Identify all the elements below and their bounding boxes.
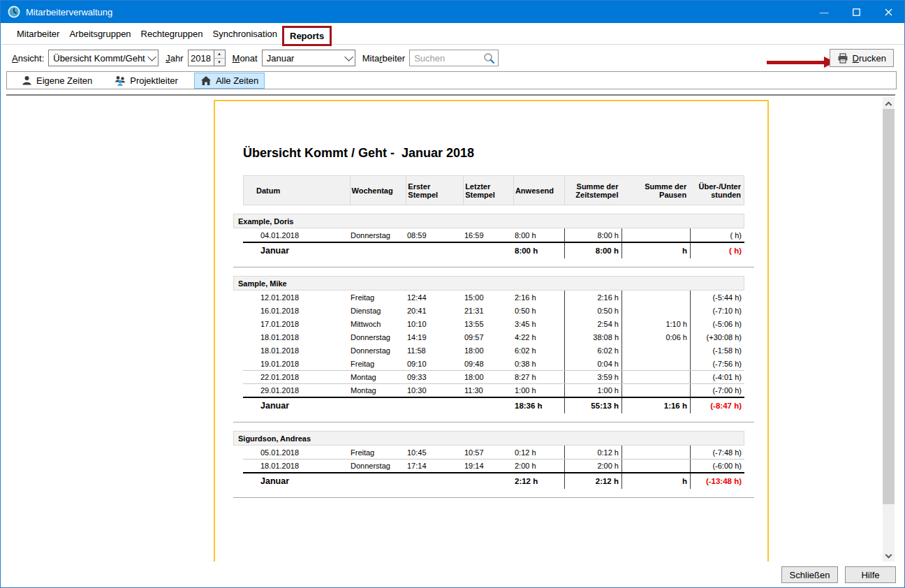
section-divider [233, 422, 754, 422]
hilfe-button[interactable]: Hilfe [845, 566, 896, 583]
table-cell: 15:00 [463, 291, 513, 304]
table-cell: 2:00 h [564, 460, 621, 472]
table-cell [621, 304, 690, 317]
people-icon [115, 75, 126, 86]
maximize-button[interactable] [840, 1, 872, 23]
table-cell: h [621, 473, 690, 489]
spinner-up-icon[interactable]: ▲ [214, 50, 225, 59]
jahr-spinner[interactable]: 2018 ▲ ▼ [188, 50, 226, 66]
table-cell: 16:59 [463, 228, 513, 242]
menu-item-synchronisation[interactable]: Synchronisation [208, 26, 283, 42]
table-cell: (-1:58 h) [690, 344, 744, 357]
table-cell: 8:00 h [513, 228, 564, 242]
table-cell: 18.01.2018 [243, 330, 349, 344]
table-cell: 09:10 [406, 357, 463, 370]
menu-item-reports[interactable]: Reports [282, 26, 332, 46]
tab-eigene-zeiten[interactable]: Eigene Zeiten [15, 73, 98, 89]
tab-alle-zeiten[interactable]: Alle Zeiten [194, 73, 265, 89]
table-cell: 11:30 [463, 384, 513, 397]
table-cell [621, 446, 690, 459]
report-title: Übersicht Kommt / Geht - Januar 2018 [243, 146, 767, 161]
minimize-button[interactable]: — [808, 1, 840, 23]
table-cell: 19:14 [463, 460, 513, 472]
table-cell: (-7:10 h) [690, 304, 744, 317]
title-bar: Mitarbeiterverwaltung — [1, 1, 904, 23]
table-cell [406, 473, 463, 489]
table-cell: Freitag [349, 291, 406, 304]
table-cell: Freitag [349, 357, 406, 370]
chevron-down-icon [344, 52, 353, 61]
table-cell: 09:57 [463, 330, 513, 344]
table-cell: 0:50 h [513, 304, 564, 317]
table-cell: 29.01.2018 [243, 384, 349, 397]
table-cell: 04.01.2018 [243, 228, 349, 242]
scroll-up-icon[interactable] [883, 97, 895, 109]
table-cell: 18:00 [463, 371, 513, 383]
close-button[interactable] [872, 1, 904, 23]
column-header: Über-/Unter stunden [689, 176, 744, 205]
table-row: 19.01.2018Freitag09:1009:480:38 h0:04 h(… [243, 357, 744, 370]
menu-item-mitarbeiter[interactable]: Mitarbeiter [12, 26, 64, 42]
table-row: 18.01.2018Donnerstag14:1909:574:22 h38:0… [243, 330, 744, 344]
table-cell: (-7:48 h) [690, 446, 744, 459]
table-cell: 3:59 h [564, 371, 621, 383]
column-header: Datum [244, 176, 350, 205]
table-cell: 10:30 [406, 384, 463, 397]
search-icon [483, 52, 495, 64]
table-cell: 11:58 [406, 344, 463, 357]
table-cell: (-7:00 h) [690, 384, 744, 397]
table-cell: Januar [243, 398, 349, 413]
table-cell: 0:50 h [564, 304, 621, 317]
table-cell: 2:54 h [564, 317, 621, 330]
employee-section-header: Sample, Mike [233, 276, 744, 291]
table-cell: 09:48 [463, 357, 513, 370]
table-row: 12.01.2018Freitag12:4415:002:16 h2:16 h(… [243, 291, 744, 304]
table-cell: 3:45 h [513, 317, 564, 330]
table-cell: Donnerstag [349, 228, 406, 242]
table-cell: 17:14 [406, 460, 463, 472]
table-cell: 1:00 h [513, 384, 564, 397]
report-sections: Example, Doris04.01.2018Donnerstag08:591… [215, 214, 767, 498]
table-cell: 08:59 [406, 228, 463, 242]
table-cell: 4:22 h [513, 330, 564, 344]
month-summary-row: Januar8:00 h8:00 hh( h) [243, 242, 744, 258]
table-cell: (-4:01 h) [690, 371, 744, 383]
table-row: 18.01.2018Donnerstag17:1419:142:00 h2:00… [243, 459, 744, 472]
table-cell: 18:00 [463, 344, 513, 357]
tab-label: Projektleiter [130, 75, 178, 86]
table-cell: (-5:44 h) [690, 291, 744, 304]
table-cell: h [621, 243, 690, 258]
jahr-value: 2018 [189, 50, 214, 66]
employee-section-header: Sigurdson, Andreas [233, 431, 744, 446]
table-cell: 10:45 [406, 446, 463, 459]
table-cell: 14:19 [406, 330, 463, 344]
spinner-down-icon[interactable]: ▼ [214, 59, 225, 66]
scrollbar-thumb[interactable] [883, 109, 895, 504]
table-cell: Montag [349, 371, 406, 383]
drucken-button[interactable]: Drucken [830, 49, 894, 67]
table-cell: 0:38 h [513, 357, 564, 370]
table-cell [406, 243, 463, 258]
menu-item-rechtegruppen[interactable]: Rechtegruppen [136, 26, 208, 42]
schliessen-button[interactable]: Schließen [781, 566, 838, 583]
table-cell: 6:02 h [564, 344, 621, 357]
table-cell: 21:31 [463, 304, 513, 317]
table-cell: 18:36 h [513, 398, 564, 413]
monat-dropdown[interactable]: Januar [262, 50, 355, 66]
table-cell: 05.01.2018 [243, 446, 349, 459]
table-cell [621, 384, 690, 397]
vertical-scrollbar[interactable] [883, 97, 895, 563]
table-row: 29.01.2018Montag10:3011:301:00 h1:00 h(-… [243, 383, 744, 397]
table-row: 04.01.2018Donnerstag08:5916:598:00 h8:00… [243, 228, 744, 242]
drucken-label: Drucken [853, 53, 886, 64]
table-cell: 0:06 h [621, 330, 690, 344]
table-cell: 8:27 h [513, 371, 564, 383]
view-tab-bar: Eigene ZeitenProjektleiterAlle Zeiten [6, 71, 897, 89]
mitarbeiter-search-input[interactable]: Suchen [409, 50, 499, 66]
tab-projektleiter[interactable]: Projektleiter [108, 73, 184, 89]
column-header: Summe der Pausen [621, 176, 689, 205]
menu-item-arbeitsgruppen[interactable]: Arbeitsgruppen [64, 26, 135, 42]
ansicht-dropdown[interactable]: Übersicht Kommt/Geht [48, 50, 159, 66]
table-cell: Donnerstag [349, 460, 406, 472]
table-cell: 18.01.2018 [243, 460, 349, 472]
